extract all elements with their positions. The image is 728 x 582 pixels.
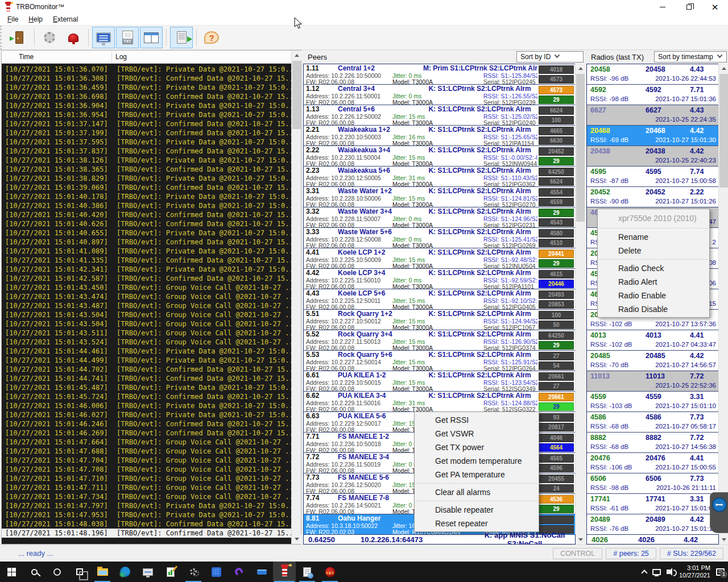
menu-item-reset-repeater[interactable]: Reset repeater — [415, 517, 539, 530]
menu-item-clear-all-alarms[interactable]: Clear all alarms — [415, 485, 539, 499]
radio-row[interactable]: 20452204522.22RSSI: -90 dB2021-10-27 15:… — [587, 187, 718, 207]
peer-row[interactable]: 4.41Koele LCP 1+2K: S1:LCPtrnk S2:LCPtrn… — [304, 248, 575, 269]
radios-scrollbar[interactable] — [718, 64, 728, 544]
peers-footer-row[interactable]: 0.64250 10.2.226.14:64473 K: app MNIS S1… — [303, 534, 576, 544]
menu-item-radio-disable[interactable]: Radio Disable — [598, 302, 709, 316]
radio-row[interactable]: 20458204584.43RSSI: -96 dB2021-10-26 22:… — [587, 64, 718, 85]
log-entry[interactable]: [10/27/2021 15:01:47.711][TRBO/evt]: Gro… — [2, 483, 291, 492]
peer-row[interactable]: 3.33Waste Water 5+6K: S1:LCPtrnk S2:LCPt… — [304, 228, 575, 248]
log-entry[interactable]: [10/27/2021 15:01:46.006][TRBO/evt]: Pri… — [2, 401, 291, 410]
peer-row[interactable]: 4.43Koele LCP 5+6K: S1:LCPtrnk S2:LCPtrn… — [304, 289, 575, 310]
log-entry[interactable]: [10/27/2021 15:01:37.595][TRBO/evt]: Pri… — [2, 138, 291, 147]
menu-item-radio-enable[interactable]: Radio Enable — [598, 289, 709, 302]
log-entry[interactable]: [10/27/2021 15:01:41.335][TRBO/evt]: Con… — [2, 256, 291, 265]
scroll-down-icon[interactable] — [719, 535, 728, 544]
log-entry[interactable]: [10/27/2021 15:01:36.070][TRBO/evt]: Pri… — [2, 65, 291, 74]
peer-row[interactable]: 5.53Rock Quarry 5+6K: S1:LCPtrnk S2:LCPt… — [304, 351, 575, 371]
scroll-up-icon[interactable] — [292, 51, 301, 60]
split-view-button[interactable] — [140, 27, 163, 48]
log-entry[interactable]: [10/27/2021 15:01:39.069][TRBO/evt]: Con… — [2, 183, 291, 192]
log-entry[interactable]: [10/27/2021 15:01:43.450][TRBO/evt]: Gro… — [2, 283, 291, 292]
taskbar-radio-app-button[interactable] — [205, 562, 228, 582]
peer-row[interactable]: 6.62PUA KILEA 3-4K: S1:LCPtrnk S2:LCPtrn… — [304, 392, 575, 412]
radio-row[interactable]: 458645867.73RSSI: -68 dB2021-10-27 05:58… — [587, 412, 718, 433]
radios-footer-row[interactable]: 4026 4026 4.42 — [586, 534, 719, 544]
log-entry[interactable]: [10/27/2021 15:01:43.524][TRBO/evt]: Gro… — [2, 338, 291, 347]
log-entry[interactable]: [10/27/2021 15:01:41.089][TRBO/evt]: Pri… — [2, 247, 291, 256]
peer-row[interactable]: 1.13Central 5+6K: S1:LCPtrnk S2:LCPtrnk … — [304, 105, 575, 126]
radio-row[interactable]: 459245927.71RSSI: -98 dB2021-10-27 15:01… — [587, 85, 718, 105]
peers-scrollbar[interactable] — [575, 64, 585, 544]
radios-scroll-thumb[interactable] — [719, 74, 728, 188]
radio-row[interactable]: 459545957.74RSSI: -87 dB2021-10-27 15:00… — [587, 167, 718, 187]
log-entry[interactable]: [10/27/2021 15:01:46.027][TRBO/evt]: Pri… — [2, 410, 291, 419]
log-entry[interactable]: [10/27/2021 15:01:47.710][TRBO/evt]: Gro… — [2, 474, 291, 483]
log-entry[interactable]: [10/27/2021 15:01:38.365][TRBO/evt]: Con… — [2, 165, 291, 174]
radio-row[interactable]: 20476204764.41RSSI: -106 dB2021-10-27 15… — [587, 453, 718, 473]
log-entry[interactable]: [10/27/2021 15:01:36.954][TRBO/evt]: Pri… — [2, 110, 291, 119]
log-entry[interactable]: [10/27/2021 15:01:44.499][TRBO/evt]: Pri… — [2, 356, 291, 365]
log-entry[interactable]: [10/27/2021 15:01:42.341][TRBO/evt]: Pri… — [2, 265, 291, 274]
menu-item-radio-alert[interactable]: Radio Alert — [598, 275, 709, 289]
log-scroll-thumb[interactable] — [292, 61, 301, 129]
peer-row[interactable]: 2.21Waiakeakua 1+2K: S1:LCPtrnk S2:LCPtr… — [304, 126, 575, 146]
log-entry[interactable]: [10/27/2021 15:01:46.246][TRBO/evt]: Con… — [2, 419, 291, 429]
log-entry[interactable]: [10/27/2021 15:01:47.664][TRBO/evt]: Gro… — [2, 438, 291, 447]
radio-row[interactable]: 17741177413.31RSSI: -61 dB2021-10-27 15:… — [587, 494, 718, 514]
tray-chevron-up-icon[interactable] — [641, 569, 647, 576]
restore-button[interactable] — [676, 0, 702, 14]
menu-item-get-modem-temperature[interactable]: Get modem temperature — [415, 454, 539, 468]
menu-item-get-pa-temperature[interactable]: Get PA temperature — [415, 468, 539, 481]
scroll-up-icon[interactable] — [719, 64, 728, 73]
log-entry[interactable]: [10/27/2021 15:01:37.147][TRBO/evt]: Con… — [2, 119, 291, 128]
alarm-button[interactable] — [62, 27, 85, 48]
log-entry[interactable]: [10/27/2021 15:01:40.178][TRBO/evt]: Pri… — [2, 192, 291, 201]
scroll-down-icon[interactable] — [576, 535, 585, 544]
menu-item-get-tx-power[interactable]: Get TX power — [415, 440, 539, 454]
taskbar-edge-browser-button[interactable] — [114, 562, 136, 582]
peer-row[interactable]: 5.51Rock Quarry 1+2K: S1:LCPtrnk S2:LCPt… — [304, 310, 575, 330]
help-button[interactable] — [200, 27, 223, 48]
peer-row[interactable]: 5.52Rock Quarry 3+4K: S1:LCPtrnk S2:LCPt… — [304, 330, 575, 351]
radio-row[interactable]: 662766274.432021-10-25 22:24:35 — [587, 105, 718, 126]
log-entry[interactable]: [10/27/2021 15:01:40.626][TRBO/evt]: Con… — [2, 219, 291, 228]
log-entry[interactable]: [10/27/2021 15:01:44.741][TRBO/evt]: Con… — [2, 374, 291, 383]
tray-network-icon[interactable] — [652, 569, 661, 575]
text-log-button[interactable] — [116, 27, 139, 48]
peer-row[interactable]: 1.11Central 1+2M: Prim S1:LCPtrnk S2:LCP… — [304, 64, 575, 85]
menu-item-delete[interactable]: Delete — [598, 244, 709, 257]
log-entry[interactable]: [10/27/2021 15:01:37.199][TRBO/evt]: Con… — [2, 128, 291, 138]
log-entry[interactable]: [10/27/2021 15:01:48.196][TRBO/evt]: Con… — [2, 529, 291, 538]
peer-row[interactable]: 2.23Waiakeakua 5+6K: S1:LCPtrnk S2:LCPtr… — [304, 167, 575, 187]
taskbar-file-explorer-button[interactable] — [91, 562, 114, 582]
taskbar-start-button[interactable] — [0, 562, 23, 582]
taskbar-device-app-button[interactable] — [250, 562, 273, 582]
log-entry[interactable]: [10/27/2021 15:01:48.038][TRBO/evt]: Con… — [2, 519, 291, 529]
tray-clock[interactable]: 3:01 PM 10/27/2021 — [679, 564, 710, 579]
taskbar-task-view-button[interactable] — [68, 562, 91, 582]
log-entry[interactable]: [10/27/2021 15:01:38.126][TRBO/evt]: Pri… — [2, 156, 291, 165]
log-entry[interactable]: [10/27/2021 15:01:44.702][TRBO/evt]: Con… — [2, 365, 291, 374]
log-entry[interactable]: [10/27/2021 15:01:40.897][TRBO/evt]: Con… — [2, 238, 291, 247]
log-entry[interactable]: [10/27/2021 15:01:47.953][TRBO/evt]: Pri… — [2, 510, 291, 519]
monitor-log-button[interactable] — [92, 27, 115, 48]
radio-row[interactable]: 401340134.41RSSI: -102 dB2021-10-27 04:3… — [587, 330, 718, 351]
taskbar-headset-app-button[interactable] — [228, 562, 250, 582]
minimize-button[interactable] — [650, 0, 676, 14]
radio-row[interactable]: 650665067.73RSSI: -98 dB2021-10-26 21:11… — [587, 473, 718, 494]
peer-row[interactable]: 3.31Waste Water 1+2K: S1:LCPtrnk S2:LCPt… — [304, 187, 575, 207]
peer-row[interactable]: 4.42Koele LCP 3+4K: S1:LCPtrnk S2:LCPtrn… — [304, 269, 575, 289]
radio-row[interactable]: 455945593.31RSSI: -103 dB2021-10-27 15:0… — [587, 392, 718, 412]
menu-external[interactable]: External — [48, 14, 83, 24]
menu-item-disable-repeater[interactable]: Disable repeater — [415, 503, 539, 517]
radio-row[interactable]: 20485204854.42RSSI: -70 dB2021-10-27 14:… — [587, 351, 718, 371]
notification-center-icon[interactable]: 1 — [716, 568, 725, 576]
log-entry[interactable]: [10/27/2021 15:01:40.420][TRBO/evt]: Con… — [2, 210, 291, 219]
log-entry[interactable]: [10/27/2021 15:01:36.698][TRBO/evt]: Con… — [2, 92, 291, 101]
peers-sort-dropdown[interactable]: Sort by ID — [516, 51, 584, 63]
settings-button[interactable] — [38, 27, 61, 48]
export-log-button[interactable] — [170, 27, 193, 48]
peer-row[interactable]: 1.12Central 3+4K: S1:LCPtrnk S2:LCPtrnk … — [304, 85, 575, 105]
log-entry[interactable]: [10/27/2021 15:01:38.829][TRBO/evt]: Pri… — [2, 174, 291, 183]
log-entry[interactable]: [10/27/2021 15:01:43.511][TRBO/evt]: Gro… — [2, 329, 291, 338]
